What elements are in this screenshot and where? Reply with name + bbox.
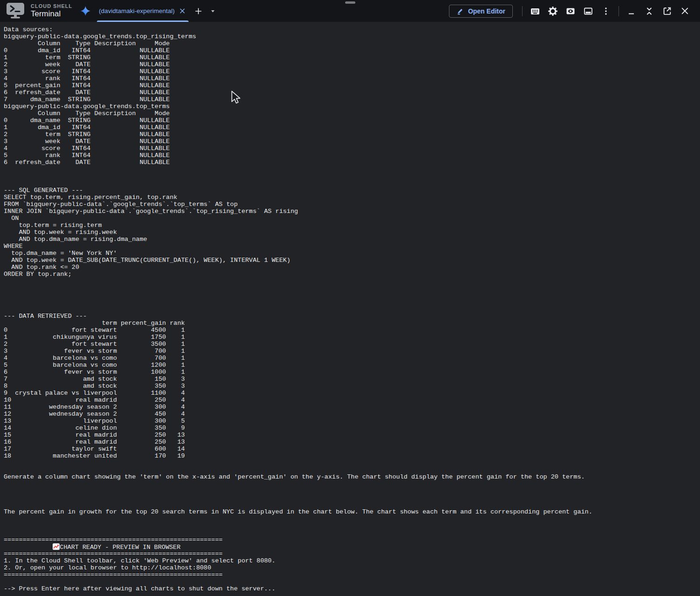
mouse-cursor	[231, 90, 241, 105]
keyboard-shortcuts-button[interactable]	[530, 6, 541, 17]
header-titles: CLOUD SHELL Terminal	[31, 3, 72, 19]
keyboard-icon	[530, 6, 540, 16]
tab-label: (davidtamaki-experimental)	[99, 7, 175, 14]
plus-icon	[194, 7, 203, 15]
close-terminal-button[interactable]	[679, 6, 690, 17]
terminal-output-top: Data sources: bigquery-public-data.googl…	[4, 26, 696, 543]
terminal-output-area[interactable]: Data sources: bigquery-public-data.googl…	[0, 22, 700, 596]
tab-close-icon[interactable]	[179, 8, 186, 14]
pencil-icon	[456, 7, 464, 15]
open-editor-button[interactable]: Open Editor	[449, 5, 513, 18]
cloud-shell-header: CLOUD SHELL Terminal (davidtamaki-experi…	[0, 0, 700, 22]
dock-panel-button[interactable]	[583, 6, 594, 17]
chart-ready-indent	[4, 544, 53, 551]
terminal-tab[interactable]: (davidtamaki-experimental)	[96, 0, 190, 22]
collapse-button[interactable]	[644, 6, 655, 17]
chart-ready-title: CHART READY - PREVIEW IN BROWSER	[60, 544, 180, 551]
new-tab-button[interactable]	[193, 6, 204, 17]
web-preview-eye-icon	[565, 6, 576, 16]
open-in-new-window-button[interactable]	[661, 6, 673, 17]
product-label: CLOUD SHELL	[31, 3, 72, 9]
minimize-icon	[627, 7, 636, 16]
toolbar-divider	[522, 6, 523, 16]
chart-ready-line: CHART READY - PREVIEW IN BROWSER	[4, 543, 696, 550]
open-in-new-icon	[662, 6, 672, 16]
window-title: Terminal	[31, 9, 72, 19]
chart-increasing-emoji-icon	[53, 543, 60, 550]
tab-list-caret-button[interactable]	[207, 6, 218, 17]
gear-icon	[548, 6, 558, 16]
cloud-shell-logo-icon	[7, 3, 24, 20]
kebab-menu-icon	[601, 7, 611, 16]
window-drag-handle[interactable]	[345, 1, 355, 4]
header-right-group: Open Editor	[449, 0, 693, 22]
web-preview-button[interactable]	[565, 6, 576, 17]
minimize-button[interactable]	[626, 6, 637, 17]
open-editor-label: Open Editor	[468, 7, 505, 15]
more-options-button[interactable]	[600, 6, 612, 17]
terminal-output-bottom: ========================================…	[4, 550, 696, 592]
panel-layout-icon	[583, 6, 593, 16]
gemini-star-icon[interactable]	[81, 6, 90, 16]
terminal-settings-button[interactable]	[547, 6, 558, 17]
caret-down-icon	[210, 8, 216, 14]
collapse-icon	[645, 7, 653, 15]
close-icon	[680, 7, 689, 15]
window-controls-divider	[618, 6, 619, 16]
header-left-group: CLOUD SHELL Terminal (davidtamaki-experi…	[7, 0, 222, 22]
